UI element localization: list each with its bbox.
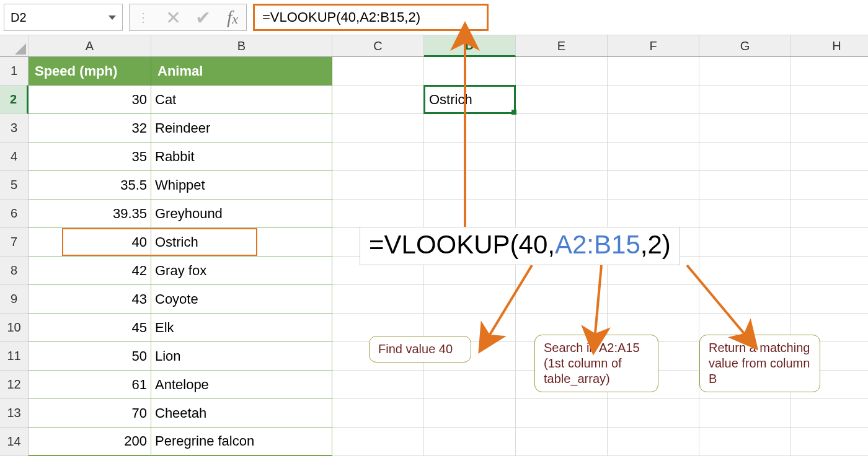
- cell-B2[interactable]: Cat: [151, 86, 332, 114]
- row-header[interactable]: 5: [0, 171, 29, 200]
- col-header-C[interactable]: C: [332, 35, 424, 56]
- cell-E13[interactable]: [516, 399, 608, 428]
- row-header[interactable]: 13: [0, 399, 29, 428]
- cell-D13[interactable]: [424, 399, 516, 428]
- row-header[interactable]: 11: [0, 342, 29, 371]
- cell-G8[interactable]: [699, 257, 791, 285]
- fx-icon[interactable]: fx: [224, 7, 241, 28]
- cell-A14[interactable]: 200: [29, 428, 151, 456]
- cell-A1[interactable]: Speed (mph): [29, 57, 151, 86]
- row-header[interactable]: 6: [0, 200, 29, 228]
- col-header-G[interactable]: G: [699, 35, 791, 56]
- cell-G9[interactable]: [699, 285, 791, 314]
- cell-D3[interactable]: [424, 114, 516, 143]
- col-header-B[interactable]: B: [151, 35, 332, 56]
- cell-F7[interactable]: [608, 228, 699, 257]
- cell-C4[interactable]: [332, 143, 424, 171]
- cell-A10[interactable]: 45: [29, 314, 151, 342]
- cell-D8[interactable]: [424, 257, 516, 285]
- cell-C1[interactable]: [332, 57, 424, 86]
- cell-B9[interactable]: Coyote: [151, 285, 332, 314]
- cell-F9[interactable]: [608, 285, 699, 314]
- cell-C13[interactable]: [332, 399, 424, 428]
- cell-E9[interactable]: [516, 285, 608, 314]
- cell-C5[interactable]: [332, 171, 424, 200]
- cell-F13[interactable]: [608, 399, 699, 428]
- row-header[interactable]: 1: [0, 57, 29, 86]
- row-header[interactable]: 8: [0, 257, 29, 285]
- cell-D6[interactable]: [424, 200, 516, 228]
- cell-H2[interactable]: [791, 86, 868, 114]
- cell-A4[interactable]: 35: [29, 143, 151, 171]
- cell-A11[interactable]: 50: [29, 342, 151, 371]
- cell-G13[interactable]: [699, 399, 791, 428]
- cell-B6[interactable]: Greyhound: [151, 200, 332, 228]
- cell-H8[interactable]: [791, 257, 868, 285]
- cell-B8[interactable]: Gray fox: [151, 257, 332, 285]
- formula-input[interactable]: =VLOOKUP(40,A2:B15,2): [253, 4, 489, 31]
- cell-A5[interactable]: 35.5: [29, 171, 151, 200]
- cell-E8[interactable]: [516, 257, 608, 285]
- cell-B14[interactable]: Peregrine falcon: [151, 428, 332, 456]
- cell-F4[interactable]: [608, 143, 699, 171]
- row-header[interactable]: 14: [0, 428, 29, 456]
- row-header[interactable]: 7: [0, 228, 29, 257]
- cell-E14[interactable]: [516, 428, 608, 456]
- cell-B1[interactable]: Animal: [151, 57, 332, 86]
- cell-H14[interactable]: [791, 428, 868, 456]
- cell-H1[interactable]: [791, 57, 868, 86]
- cell-C12[interactable]: [332, 371, 424, 399]
- name-box-dropdown-icon[interactable]: [108, 15, 116, 20]
- cell-C8[interactable]: [332, 257, 424, 285]
- cell-C7[interactable]: [332, 228, 424, 257]
- cell-B5[interactable]: Whippet: [151, 171, 332, 200]
- cell-E4[interactable]: [516, 143, 608, 171]
- cell-F14[interactable]: [608, 428, 699, 456]
- cell-G7[interactable]: [699, 228, 791, 257]
- cell-C2[interactable]: [332, 86, 424, 114]
- cell-A12[interactable]: 61: [29, 371, 151, 399]
- row-header[interactable]: 12: [0, 371, 29, 399]
- cell-A7[interactable]: 40: [29, 228, 151, 257]
- enter-icon[interactable]: ✔: [194, 7, 211, 29]
- cell-B13[interactable]: Cheetah: [151, 399, 332, 428]
- cell-D9[interactable]: [424, 285, 516, 314]
- cell-F3[interactable]: [608, 114, 699, 143]
- cell-D7[interactable]: [424, 228, 516, 257]
- cancel-icon[interactable]: ✕: [164, 7, 182, 29]
- col-header-H[interactable]: H: [791, 35, 868, 56]
- col-header-D[interactable]: D: [424, 35, 516, 57]
- cell-G6[interactable]: [699, 200, 791, 228]
- cell-F2[interactable]: [608, 86, 699, 114]
- cell-A13[interactable]: 70: [29, 399, 151, 428]
- row-header[interactable]: 10: [0, 314, 29, 342]
- cell-H3[interactable]: [791, 114, 868, 143]
- cell-F6[interactable]: [608, 200, 699, 228]
- cell-H9[interactable]: [791, 285, 868, 314]
- cell-F5[interactable]: [608, 171, 699, 200]
- cell-B10[interactable]: Elk: [151, 314, 332, 342]
- col-header-A[interactable]: A: [29, 35, 151, 56]
- cell-H7[interactable]: [791, 228, 868, 257]
- cell-C3[interactable]: [332, 114, 424, 143]
- cell-D12[interactable]: [424, 371, 516, 399]
- cell-D4[interactable]: [424, 143, 516, 171]
- cell-A8[interactable]: 42: [29, 257, 151, 285]
- name-box[interactable]: D2: [4, 4, 123, 31]
- cell-A9[interactable]: 43: [29, 285, 151, 314]
- cell-G5[interactable]: [699, 171, 791, 200]
- row-header[interactable]: 4: [0, 143, 29, 171]
- cell-B7[interactable]: Ostrich: [151, 228, 332, 257]
- cell-H5[interactable]: [791, 171, 868, 200]
- row-header[interactable]: 3: [0, 114, 29, 143]
- cell-E7[interactable]: [516, 228, 608, 257]
- cell-E5[interactable]: [516, 171, 608, 200]
- cell-A3[interactable]: 32: [29, 114, 151, 143]
- cell-E1[interactable]: [516, 57, 608, 86]
- cell-A2[interactable]: 30: [29, 86, 151, 114]
- cell-H4[interactable]: [791, 143, 868, 171]
- more-icon[interactable]: ⋮: [135, 10, 152, 25]
- cell-E3[interactable]: [516, 114, 608, 143]
- cell-C9[interactable]: [332, 285, 424, 314]
- cell-B4[interactable]: Rabbit: [151, 143, 332, 171]
